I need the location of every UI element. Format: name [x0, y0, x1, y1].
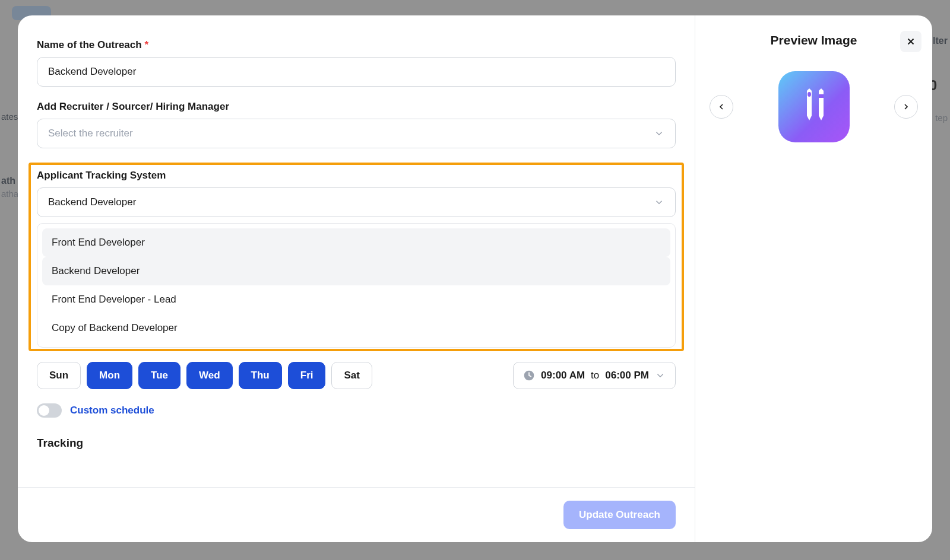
outreach-modal: Name of the Outreach * Add Recruiter / S…: [18, 15, 932, 542]
ats-value: Backend Developer: [48, 196, 136, 208]
chevron-down-icon: [654, 197, 664, 208]
day-tue[interactable]: Tue: [138, 362, 180, 389]
toggle-knob: [39, 405, 49, 416]
ats-highlight-box: Applicant Tracking System Backend Develo…: [28, 163, 684, 351]
chevron-left-icon: [717, 102, 726, 112]
day-sun[interactable]: Sun: [37, 362, 81, 389]
modal-footer: Update Outreach: [18, 487, 695, 542]
day-sat[interactable]: Sat: [331, 362, 372, 389]
custom-schedule-label: Custom schedule: [70, 405, 154, 416]
day-wed[interactable]: Wed: [186, 362, 233, 389]
ats-select[interactable]: Backend Developer: [37, 187, 676, 217]
recruiter-select[interactable]: Select the recruiter: [37, 119, 676, 148]
preview-image-thumbnail[interactable]: [778, 71, 850, 142]
recruiter-label: Add Recruiter / Sourcer/ Hiring Manager: [37, 101, 676, 113]
day-fri[interactable]: Fri: [288, 362, 326, 389]
chevron-right-icon: [901, 102, 911, 112]
required-asterisk: *: [144, 39, 148, 50]
custom-schedule-row: Custom schedule: [37, 403, 676, 418]
svg-rect-4: [819, 94, 824, 98]
name-field-group: Name of the Outreach *: [37, 39, 676, 87]
chevron-down-icon: [654, 128, 664, 139]
close-icon: [905, 36, 916, 47]
close-button[interactable]: [900, 31, 922, 52]
carousel-next-button[interactable]: [894, 95, 918, 119]
time-range-selector[interactable]: 09:00 AM to 06:00 PM: [513, 362, 676, 389]
time-to-label: to: [591, 370, 599, 381]
day-mon[interactable]: Mon: [87, 362, 132, 389]
ats-option-backend[interactable]: Backend Developer: [42, 257, 670, 285]
tracking-title: Tracking: [37, 437, 676, 450]
preview-title: Preview Image: [771, 33, 857, 47]
carousel-prev-button[interactable]: [710, 95, 733, 119]
preview-header: Preview Image: [710, 33, 918, 47]
name-label-text: Name of the Outreach: [37, 39, 142, 50]
day-thu[interactable]: Thu: [239, 362, 282, 389]
schedule-days-row: Sun Mon Tue Wed Thu Fri Sat 09:00 AM to …: [37, 362, 676, 389]
ats-label: Applicant Tracking System: [37, 170, 676, 182]
custom-schedule-toggle[interactable]: [37, 403, 62, 418]
clock-icon: [523, 370, 535, 381]
ats-option-frontend[interactable]: Front End Developer: [42, 228, 670, 257]
modal-form-panel: Name of the Outreach * Add Recruiter / S…: [18, 15, 695, 542]
pen-tools-icon: [796, 86, 832, 128]
chevron-down-icon: [655, 370, 666, 381]
recruiter-placeholder: Select the recruiter: [48, 128, 133, 139]
recruiter-field-group: Add Recruiter / Sourcer/ Hiring Manager …: [37, 101, 676, 148]
ats-field-group: Applicant Tracking System Backend Develo…: [37, 170, 676, 348]
preview-carousel: [710, 71, 918, 142]
name-input[interactable]: [37, 57, 676, 87]
time-from: 09:00 AM: [541, 370, 585, 381]
ats-option-frontend-lead[interactable]: Front End Developer - Lead: [42, 285, 670, 314]
ats-dropdown: Front End Developer Backend Developer Fr…: [37, 223, 676, 348]
time-to: 06:00 PM: [605, 370, 649, 381]
svg-point-3: [808, 92, 811, 97]
preview-panel: Preview Image: [695, 15, 932, 542]
name-label: Name of the Outreach *: [37, 39, 676, 51]
ats-option-copy-backend[interactable]: Copy of Backend Developer: [42, 314, 670, 342]
update-outreach-button[interactable]: Update Outreach: [563, 501, 676, 529]
